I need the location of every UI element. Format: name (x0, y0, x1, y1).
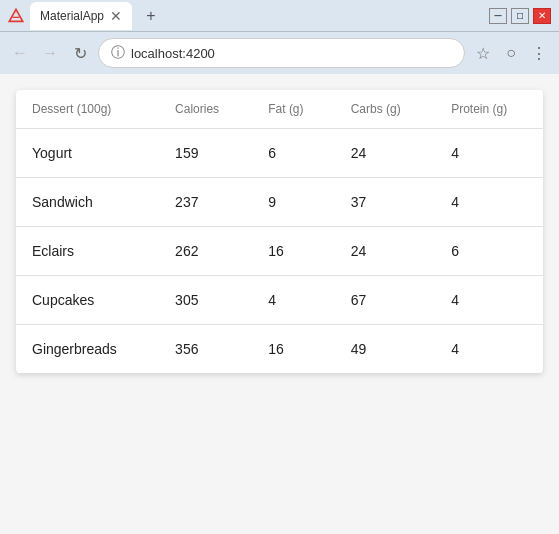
cell-carbs: 24 (335, 227, 435, 276)
new-tab-button[interactable]: + (138, 3, 164, 29)
menu-button[interactable]: ⋮ (527, 41, 551, 65)
cell-carbs: 24 (335, 129, 435, 178)
table-row: Cupcakes3054674 (16, 276, 543, 325)
forward-icon: → (42, 44, 58, 62)
nutrition-table: Dessert (100g) Calories Fat (g) Carbs (g… (16, 90, 543, 373)
cell-name: Sandwich (16, 178, 159, 227)
header-row: Dessert (100g) Calories Fat (g) Carbs (g… (16, 90, 543, 129)
table-row: Yogurt1596244 (16, 129, 543, 178)
cell-fat: 9 (252, 178, 334, 227)
maximize-button[interactable]: □ (511, 8, 529, 24)
back-button[interactable]: ← (8, 41, 32, 65)
col-header-dessert: Dessert (100g) (16, 90, 159, 129)
nav-actions: ☆ ○ ⋮ (471, 41, 551, 65)
cell-name: Cupcakes (16, 276, 159, 325)
col-header-calories: Calories (159, 90, 252, 129)
table-row: Sandwich2379374 (16, 178, 543, 227)
app-icon (8, 8, 24, 24)
star-icon: ☆ (476, 44, 490, 63)
reload-button[interactable]: ↻ (68, 41, 92, 65)
cell-calories: 237 (159, 178, 252, 227)
nav-bar: ← → ↻ ⓘ localhost:4200 ☆ ○ ⋮ (0, 32, 559, 74)
profile-button[interactable]: ○ (499, 41, 523, 65)
data-table-card: Dessert (100g) Calories Fat (g) Carbs (g… (16, 90, 543, 373)
cell-name: Gingerbreads (16, 325, 159, 374)
col-header-carbs: Carbs (g) (335, 90, 435, 129)
minimize-button[interactable]: ─ (489, 8, 507, 24)
content-area: Dessert (100g) Calories Fat (g) Carbs (g… (0, 74, 559, 534)
cell-name: Eclairs (16, 227, 159, 276)
table-row: Eclairs26216246 (16, 227, 543, 276)
title-bar: MaterialApp ✕ + ─ □ ✕ (0, 0, 559, 32)
reload-icon: ↻ (74, 44, 87, 63)
cell-fat: 4 (252, 276, 334, 325)
cell-fat: 16 (252, 227, 334, 276)
cell-protein: 4 (435, 325, 543, 374)
cell-calories: 305 (159, 276, 252, 325)
cell-protein: 6 (435, 227, 543, 276)
cell-fat: 6 (252, 129, 334, 178)
svg-marker-0 (9, 9, 22, 21)
cell-calories: 262 (159, 227, 252, 276)
close-button[interactable]: ✕ (533, 8, 551, 24)
address-bar[interactable]: ⓘ localhost:4200 (98, 38, 465, 68)
cell-protein: 4 (435, 178, 543, 227)
cell-name: Yogurt (16, 129, 159, 178)
forward-button[interactable]: → (38, 41, 62, 65)
profile-icon: ○ (506, 44, 516, 62)
bookmark-button[interactable]: ☆ (471, 41, 495, 65)
cell-carbs: 49 (335, 325, 435, 374)
col-header-fat: Fat (g) (252, 90, 334, 129)
cell-calories: 356 (159, 325, 252, 374)
cell-calories: 159 (159, 129, 252, 178)
url-text: localhost:4200 (131, 46, 452, 61)
active-tab[interactable]: MaterialApp ✕ (30, 2, 132, 30)
table-header: Dessert (100g) Calories Fat (g) Carbs (g… (16, 90, 543, 129)
col-header-protein: Protein (g) (435, 90, 543, 129)
tab-title: MaterialApp (40, 9, 104, 23)
cell-protein: 4 (435, 129, 543, 178)
info-icon: ⓘ (111, 44, 125, 62)
back-icon: ← (12, 44, 28, 62)
browser-window: MaterialApp ✕ + ─ □ ✕ ← → ↻ ⓘ localhost:… (0, 0, 559, 534)
cell-fat: 16 (252, 325, 334, 374)
tab-close-button[interactable]: ✕ (110, 9, 122, 23)
cell-carbs: 37 (335, 178, 435, 227)
cell-carbs: 67 (335, 276, 435, 325)
table-row: Gingerbreads35616494 (16, 325, 543, 374)
menu-icon: ⋮ (531, 44, 547, 63)
window-controls: ─ □ ✕ (489, 8, 551, 24)
cell-protein: 4 (435, 276, 543, 325)
table-body: Yogurt1596244Sandwich2379374Eclairs26216… (16, 129, 543, 374)
